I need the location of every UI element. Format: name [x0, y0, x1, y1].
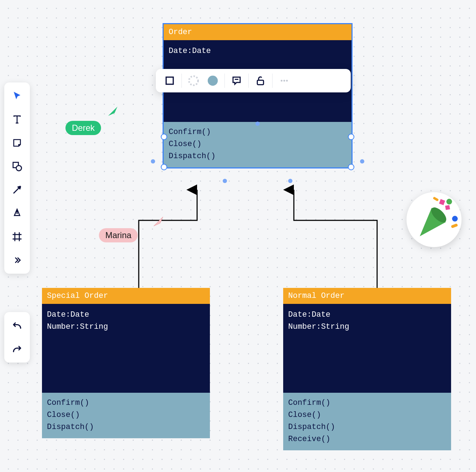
fill-color-button[interactable] — [205, 73, 221, 89]
svg-rect-3 — [166, 77, 173, 84]
frame-tool[interactable] — [9, 228, 26, 245]
derek-cursor-icon — [107, 105, 121, 119]
op-row: Close() — [169, 138, 347, 150]
attr-row: Date:Date — [169, 45, 347, 57]
history-toolbar — [4, 312, 30, 363]
uml-normal-ops: Confirm() Close() Dispatch() Receive() — [283, 393, 451, 450]
uml-order[interactable]: Order Date:Date Confirm() Close() Dispat… — [164, 24, 351, 167]
op-row: Confirm() — [47, 397, 205, 409]
uml-normal-attrs: Date:Date Number:String — [283, 304, 451, 393]
shape-tool[interactable] — [9, 158, 26, 175]
side-toolbar — [4, 82, 30, 274]
op-row: Dispatch() — [47, 421, 205, 433]
op-row: Receive() — [288, 433, 446, 445]
uml-special-ops: Confirm() Close() Dispatch() — [42, 393, 210, 438]
svg-point-8 — [284, 80, 285, 82]
arrow-tool[interactable] — [9, 181, 26, 198]
comment-button[interactable] — [228, 73, 245, 89]
uml-special-attrs: Date:Date Number:String — [42, 304, 210, 393]
uml-special-title: Special Order — [42, 288, 210, 304]
text-tool[interactable] — [9, 111, 26, 128]
op-row: Confirm() — [288, 397, 446, 409]
svg-rect-15 — [445, 205, 450, 210]
op-row: Close() — [288, 409, 446, 421]
uml-normal-title: Normal Order — [283, 288, 451, 304]
diagram-canvas[interactable]: Order Date:Date Confirm() Close() Dispat… — [0, 0, 476, 472]
attr-row: Date:Date — [288, 309, 446, 321]
uml-order-ops: Confirm() Close() Dispatch() — [164, 122, 351, 167]
pen-tool[interactable] — [9, 205, 26, 222]
svg-point-4 — [189, 76, 198, 85]
marina-cursor-badge: Marina — [99, 228, 138, 242]
svg-point-2 — [16, 213, 18, 214]
collaborator-label: Marina — [105, 230, 131, 240]
border-style-button[interactable] — [185, 73, 202, 89]
unlock-button[interactable] — [252, 73, 269, 89]
select-tool[interactable] — [9, 87, 26, 104]
svg-point-1 — [16, 166, 22, 171]
op-row: Confirm() — [169, 126, 347, 138]
selection-toolbar — [156, 69, 351, 92]
svg-point-7 — [281, 80, 282, 82]
derek-cursor-badge: Derek — [65, 121, 101, 135]
svg-point-13 — [452, 216, 458, 221]
op-row: Dispatch() — [169, 150, 347, 162]
attr-row: Number:String — [288, 321, 446, 333]
svg-point-12 — [446, 199, 452, 204]
more-tools[interactable] — [9, 252, 26, 269]
op-row: Close() — [47, 409, 205, 421]
svg-point-5 — [208, 76, 218, 86]
op-row: Dispatch() — [288, 421, 446, 433]
party-popper-sticker[interactable] — [406, 191, 462, 250]
attr-row: Date:Date — [47, 309, 205, 321]
collaborator-label: Derek — [72, 123, 95, 133]
marina-cursor-icon — [152, 215, 166, 229]
undo-button[interactable] — [9, 317, 26, 334]
shape-style-button[interactable] — [162, 73, 178, 89]
uml-order-title: Order — [164, 24, 351, 40]
attr-row: Number:String — [47, 321, 205, 333]
uml-normal-order[interactable]: Normal Order Date:Date Number:String Con… — [283, 288, 451, 450]
svg-rect-6 — [257, 80, 264, 85]
sticky-tool[interactable] — [9, 134, 26, 151]
svg-point-9 — [286, 80, 288, 82]
redo-button[interactable] — [9, 340, 26, 358]
uml-special-order[interactable]: Special Order Date:Date Number:String Co… — [42, 288, 210, 438]
more-options-button[interactable] — [276, 73, 292, 89]
